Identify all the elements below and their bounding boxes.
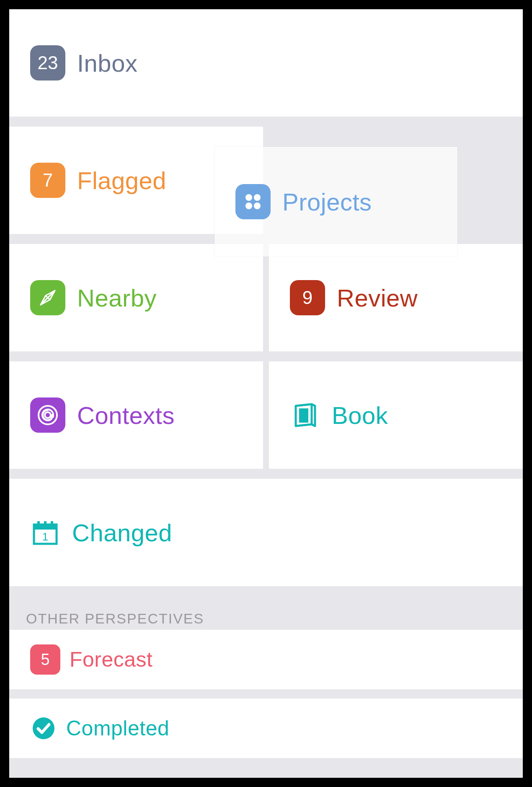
svg-point-11 xyxy=(245,203,252,209)
review-count-badge: 9 xyxy=(290,280,325,315)
inbox-count-badge: 23 xyxy=(30,45,65,81)
svg-rect-4 xyxy=(37,521,40,527)
projects-icon xyxy=(235,184,271,219)
svg-rect-6 xyxy=(51,521,53,527)
nearby-icon xyxy=(30,280,65,315)
section-header-other-perspectives: OTHER PERSPECTIVES xyxy=(26,610,204,627)
tile-contexts[interactable]: Contexts xyxy=(9,361,263,469)
projects-label: Projects xyxy=(282,188,372,216)
completed-check-icon xyxy=(30,715,57,742)
review-label: Review xyxy=(337,284,418,312)
tile-review[interactable]: 9 Review xyxy=(269,244,523,351)
svg-rect-1 xyxy=(299,408,308,423)
perspectives-screen: 23 Inbox 7 Flagged Nearby 9 Review Conte… xyxy=(9,9,523,778)
tile-nearby[interactable]: Nearby xyxy=(9,244,263,351)
tile-changed[interactable]: 1 Changed xyxy=(9,479,523,586)
svg-point-12 xyxy=(254,203,261,209)
svg-rect-5 xyxy=(44,521,46,527)
contexts-icon xyxy=(30,397,65,433)
flagged-count-badge: 7 xyxy=(30,163,65,198)
row-forecast[interactable]: 5 Forecast xyxy=(9,630,523,689)
flagged-label: Flagged xyxy=(77,166,166,195)
book-icon xyxy=(290,400,320,430)
tile-inbox[interactable]: 23 Inbox xyxy=(9,9,523,117)
book-label: Book xyxy=(332,401,388,429)
tile-projects-dragging[interactable]: Projects xyxy=(214,147,457,257)
svg-point-10 xyxy=(254,194,261,201)
svg-point-8 xyxy=(33,717,54,739)
inbox-label: Inbox xyxy=(77,49,137,77)
changed-label: Changed xyxy=(72,519,172,547)
completed-label: Completed xyxy=(66,716,169,740)
contexts-label: Contexts xyxy=(77,401,175,429)
svg-text:1: 1 xyxy=(42,530,48,543)
row-completed[interactable]: Completed xyxy=(9,699,523,758)
forecast-count-badge: 5 xyxy=(30,644,60,675)
nearby-label: Nearby xyxy=(77,284,157,312)
forecast-label: Forecast xyxy=(70,647,153,672)
changed-calendar-icon: 1 xyxy=(30,517,60,548)
tile-book[interactable]: Book xyxy=(269,361,523,469)
svg-point-9 xyxy=(245,194,252,201)
